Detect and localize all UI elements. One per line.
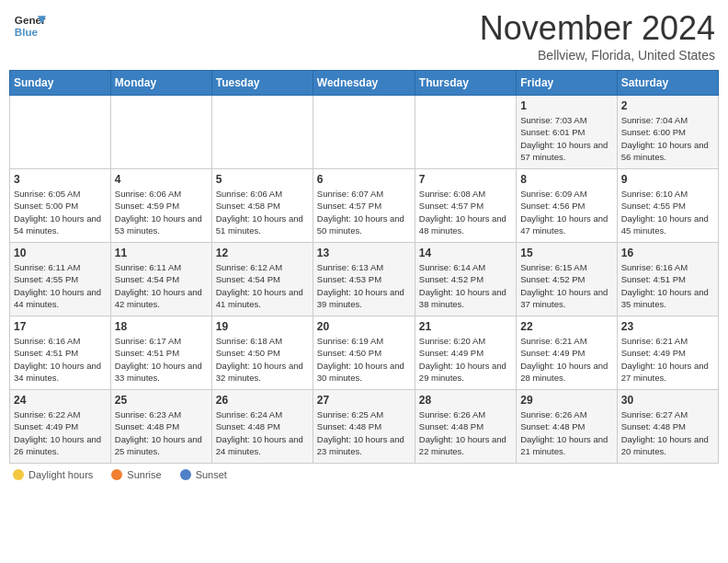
calendar-cell: 5Sunrise: 6:06 AM Sunset: 4:58 PM Daylig… bbox=[211, 169, 313, 243]
day-number: 18 bbox=[115, 320, 208, 333]
calendar-cell: 1Sunrise: 7:03 AM Sunset: 6:01 PM Daylig… bbox=[517, 96, 617, 169]
calendar-cell bbox=[415, 96, 516, 169]
day-info: Sunrise: 6:18 AM Sunset: 4:50 PM Dayligh… bbox=[216, 335, 309, 384]
calendar-cell: 11Sunrise: 6:11 AM Sunset: 4:54 PM Dayli… bbox=[110, 243, 211, 316]
day-number: 20 bbox=[317, 320, 411, 333]
day-info: Sunrise: 6:15 AM Sunset: 4:52 PM Dayligh… bbox=[520, 261, 612, 310]
day-info: Sunrise: 6:06 AM Sunset: 4:59 PM Dayligh… bbox=[115, 188, 208, 236]
day-number: 10 bbox=[14, 247, 107, 259]
calendar-cell: 9Sunrise: 6:10 AM Sunset: 4:55 PM Daylig… bbox=[617, 169, 718, 243]
calendar-cell: 4Sunrise: 6:06 AM Sunset: 4:59 PM Daylig… bbox=[110, 169, 211, 243]
calendar-cell: 14Sunrise: 6:14 AM Sunset: 4:52 PM Dayli… bbox=[415, 243, 516, 316]
legend-dot bbox=[180, 469, 191, 480]
day-info: Sunrise: 6:21 AM Sunset: 4:49 PM Dayligh… bbox=[621, 335, 714, 384]
day-number: 28 bbox=[419, 394, 512, 407]
day-info: Sunrise: 6:07 AM Sunset: 4:57 PM Dayligh… bbox=[317, 188, 411, 236]
calendar-cell: 30Sunrise: 6:27 AM Sunset: 4:48 PM Dayli… bbox=[617, 390, 718, 464]
day-number: 14 bbox=[419, 247, 512, 259]
day-number: 7 bbox=[419, 173, 512, 186]
day-number: 24 bbox=[14, 394, 107, 407]
calendar-cell bbox=[211, 96, 313, 169]
calendar-cell: 8Sunrise: 6:09 AM Sunset: 4:56 PM Daylig… bbox=[517, 169, 617, 243]
day-number: 23 bbox=[621, 320, 714, 333]
day-info: Sunrise: 6:23 AM Sunset: 4:48 PM Dayligh… bbox=[115, 408, 208, 457]
calendar-cell: 17Sunrise: 6:16 AM Sunset: 4:51 PM Dayli… bbox=[10, 316, 111, 390]
legend-item: Sunset bbox=[180, 469, 227, 480]
calendar-cell: 20Sunrise: 6:19 AM Sunset: 4:50 PM Dayli… bbox=[313, 316, 415, 390]
day-number: 1 bbox=[520, 99, 612, 112]
calendar-cell bbox=[313, 96, 415, 169]
day-number: 27 bbox=[317, 394, 411, 407]
day-number: 26 bbox=[216, 394, 309, 407]
calendar-cell: 22Sunrise: 6:21 AM Sunset: 4:49 PM Dayli… bbox=[517, 316, 617, 390]
calendar-cell: 10Sunrise: 6:11 AM Sunset: 4:55 PM Dayli… bbox=[10, 243, 111, 316]
day-number: 15 bbox=[520, 247, 612, 259]
day-info: Sunrise: 6:22 AM Sunset: 4:49 PM Dayligh… bbox=[14, 408, 107, 457]
logo-icon: General Blue bbox=[13, 9, 46, 42]
header: General Blue November 2024 Bellview, Flo… bbox=[9, 9, 719, 63]
calendar-cell: 15Sunrise: 6:15 AM Sunset: 4:52 PM Dayli… bbox=[517, 243, 617, 316]
day-info: Sunrise: 6:16 AM Sunset: 4:51 PM Dayligh… bbox=[621, 261, 714, 310]
calendar-cell: 21Sunrise: 6:20 AM Sunset: 4:49 PM Dayli… bbox=[415, 316, 516, 390]
day-info: Sunrise: 6:17 AM Sunset: 4:51 PM Dayligh… bbox=[115, 335, 208, 384]
calendar-cell: 29Sunrise: 6:26 AM Sunset: 4:48 PM Dayli… bbox=[517, 390, 617, 464]
day-number: 17 bbox=[14, 320, 107, 333]
day-number: 29 bbox=[520, 394, 612, 407]
calendar-cell: 7Sunrise: 6:08 AM Sunset: 4:57 PM Daylig… bbox=[415, 169, 516, 243]
logo-area: General Blue bbox=[13, 9, 46, 42]
day-number: 21 bbox=[419, 320, 512, 333]
calendar-cell: 3Sunrise: 6:05 AM Sunset: 5:00 PM Daylig… bbox=[10, 169, 111, 243]
legend-label: Sunrise bbox=[127, 469, 161, 480]
calendar-cell: 25Sunrise: 6:23 AM Sunset: 4:48 PM Dayli… bbox=[110, 390, 211, 464]
day-number: 5 bbox=[216, 173, 309, 186]
day-number: 22 bbox=[520, 320, 612, 333]
day-of-week-header: Friday bbox=[517, 71, 617, 96]
day-number: 2 bbox=[621, 99, 714, 112]
day-info: Sunrise: 6:05 AM Sunset: 5:00 PM Dayligh… bbox=[14, 188, 107, 236]
legend-dot bbox=[111, 469, 122, 480]
day-number: 3 bbox=[14, 173, 107, 186]
day-number: 12 bbox=[216, 247, 309, 259]
legend-label: Sunset bbox=[196, 469, 227, 480]
day-info: Sunrise: 6:12 AM Sunset: 4:54 PM Dayligh… bbox=[216, 261, 309, 310]
calendar-cell: 23Sunrise: 6:21 AM Sunset: 4:49 PM Dayli… bbox=[617, 316, 718, 390]
legend-item: Daylight hours bbox=[13, 469, 93, 480]
day-info: Sunrise: 6:27 AM Sunset: 4:48 PM Dayligh… bbox=[621, 408, 714, 457]
calendar-cell bbox=[110, 96, 211, 169]
legend-item: Sunrise bbox=[111, 469, 161, 480]
day-number: 11 bbox=[115, 247, 208, 259]
day-of-week-header: Tuesday bbox=[211, 71, 313, 96]
month-title: November 2024 bbox=[480, 9, 715, 48]
day-info: Sunrise: 6:26 AM Sunset: 4:48 PM Dayligh… bbox=[419, 408, 512, 457]
calendar-cell: 6Sunrise: 6:07 AM Sunset: 4:57 PM Daylig… bbox=[313, 169, 415, 243]
day-number: 9 bbox=[621, 173, 714, 186]
calendar-cell: 12Sunrise: 6:12 AM Sunset: 4:54 PM Dayli… bbox=[211, 243, 313, 316]
day-number: 16 bbox=[621, 247, 714, 259]
title-area: November 2024 Bellview, Florida, United … bbox=[480, 9, 715, 63]
calendar-cell: 2Sunrise: 7:04 AM Sunset: 6:00 PM Daylig… bbox=[617, 96, 718, 169]
day-info: Sunrise: 6:21 AM Sunset: 4:49 PM Dayligh… bbox=[520, 335, 612, 384]
day-number: 25 bbox=[115, 394, 208, 407]
day-info: Sunrise: 6:19 AM Sunset: 4:50 PM Dayligh… bbox=[317, 335, 411, 384]
calendar-cell: 27Sunrise: 6:25 AM Sunset: 4:48 PM Dayli… bbox=[313, 390, 415, 464]
day-number: 30 bbox=[621, 394, 714, 407]
calendar-cell: 13Sunrise: 6:13 AM Sunset: 4:53 PM Dayli… bbox=[313, 243, 415, 316]
calendar-cell: 28Sunrise: 6:26 AM Sunset: 4:48 PM Dayli… bbox=[415, 390, 516, 464]
legend-dot bbox=[13, 469, 24, 480]
day-info: Sunrise: 7:04 AM Sunset: 6:00 PM Dayligh… bbox=[621, 114, 714, 163]
day-info: Sunrise: 6:10 AM Sunset: 4:55 PM Dayligh… bbox=[621, 188, 714, 236]
location-text: Bellview, Florida, United States bbox=[480, 48, 715, 63]
day-number: 6 bbox=[317, 173, 411, 186]
day-of-week-header: Saturday bbox=[617, 71, 718, 96]
day-info: Sunrise: 6:26 AM Sunset: 4:48 PM Dayligh… bbox=[520, 408, 612, 457]
day-info: Sunrise: 6:16 AM Sunset: 4:51 PM Dayligh… bbox=[14, 335, 107, 384]
day-of-week-header: Sunday bbox=[10, 71, 111, 96]
calendar-cell bbox=[10, 96, 111, 169]
day-of-week-header: Wednesday bbox=[313, 71, 415, 96]
day-info: Sunrise: 6:08 AM Sunset: 4:57 PM Dayligh… bbox=[419, 188, 512, 236]
day-info: Sunrise: 6:24 AM Sunset: 4:48 PM Dayligh… bbox=[216, 408, 309, 457]
day-number: 8 bbox=[520, 173, 612, 186]
calendar-cell: 26Sunrise: 6:24 AM Sunset: 4:48 PM Dayli… bbox=[211, 390, 313, 464]
day-of-week-header: Thursday bbox=[415, 71, 516, 96]
day-info: Sunrise: 6:14 AM Sunset: 4:52 PM Dayligh… bbox=[419, 261, 512, 310]
